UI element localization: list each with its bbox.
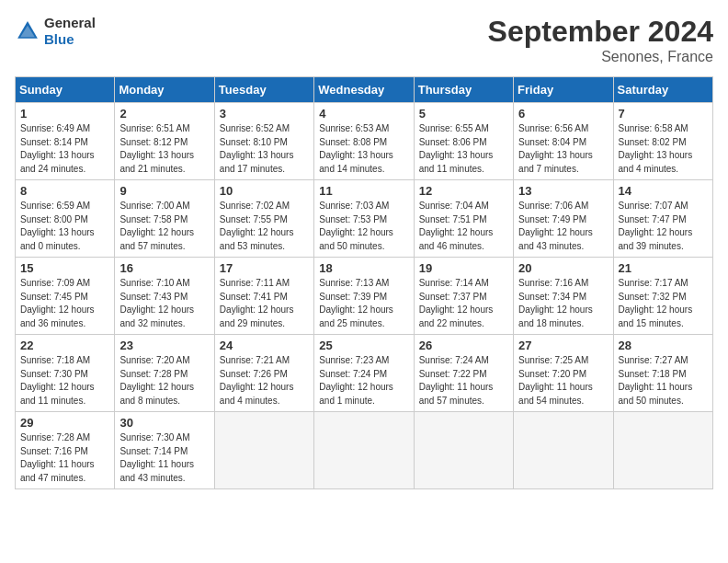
calendar-cell: 13Sunrise: 7:06 AMSunset: 7:49 PMDayligh… — [514, 180, 613, 258]
calendar-cell: 21Sunrise: 7:17 AMSunset: 7:32 PMDayligh… — [613, 258, 712, 335]
month-title: September 2024 — [488, 15, 713, 49]
day-info: Sunrise: 7:21 AMSunset: 7:26 PMDaylight:… — [220, 354, 309, 408]
day-info: Sunrise: 7:18 AMSunset: 7:30 PMDaylight:… — [20, 354, 109, 408]
day-info: Sunrise: 7:04 AMSunset: 7:51 PMDaylight:… — [419, 200, 508, 253]
day-info: Sunrise: 7:07 AMSunset: 7:47 PMDaylight:… — [619, 200, 708, 253]
calendar-cell: 5Sunrise: 6:55 AMSunset: 8:06 PMDaylight… — [414, 103, 513, 180]
day-number: 5 — [419, 107, 508, 121]
logo: General Blue — [15, 15, 96, 48]
calendar-cell: 6Sunrise: 6:56 AMSunset: 8:04 PMDaylight… — [514, 103, 613, 180]
day-info: Sunrise: 6:59 AMSunset: 8:00 PMDaylight:… — [20, 200, 109, 253]
calendar-cell — [613, 412, 712, 489]
day-info: Sunrise: 7:25 AMSunset: 7:20 PMDaylight:… — [518, 354, 608, 408]
day-number: 12 — [419, 184, 508, 198]
day-number: 30 — [119, 416, 209, 430]
calendar-cell: 15Sunrise: 7:09 AMSunset: 7:45 PMDayligh… — [16, 258, 115, 335]
calendar-cell: 19Sunrise: 7:14 AMSunset: 7:37 PMDayligh… — [414, 258, 513, 335]
day-number: 3 — [220, 107, 309, 121]
calendar-cell: 18Sunrise: 7:13 AMSunset: 7:39 PMDayligh… — [314, 258, 414, 335]
weekday-header-monday: Monday — [115, 77, 214, 103]
day-number: 7 — [619, 107, 708, 121]
day-number: 13 — [518, 184, 608, 198]
day-info: Sunrise: 6:56 AMSunset: 8:04 PMDaylight:… — [518, 122, 608, 176]
calendar-cell: 10Sunrise: 7:02 AMSunset: 7:55 PMDayligh… — [214, 180, 313, 258]
day-info: Sunrise: 7:16 AMSunset: 7:34 PMDaylight:… — [518, 277, 608, 330]
day-info: Sunrise: 7:10 AMSunset: 7:43 PMDaylight:… — [119, 277, 209, 330]
day-info: Sunrise: 6:49 AMSunset: 8:14 PMDaylight:… — [20, 122, 109, 176]
day-info: Sunrise: 7:27 AMSunset: 7:18 PMDaylight:… — [619, 354, 708, 408]
calendar-cell: 30Sunrise: 7:30 AMSunset: 7:14 PMDayligh… — [115, 412, 214, 489]
week-row-5: 29Sunrise: 7:28 AMSunset: 7:16 PMDayligh… — [16, 412, 713, 489]
day-info: Sunrise: 7:13 AMSunset: 7:39 PMDaylight:… — [319, 277, 408, 330]
day-number: 14 — [619, 184, 708, 198]
calendar-cell: 2Sunrise: 6:51 AMSunset: 8:12 PMDaylight… — [115, 103, 214, 180]
calendar-cell: 25Sunrise: 7:23 AMSunset: 7:24 PMDayligh… — [314, 335, 414, 412]
day-number: 17 — [220, 261, 309, 275]
day-info: Sunrise: 7:24 AMSunset: 7:22 PMDaylight:… — [419, 354, 508, 408]
day-number: 16 — [119, 261, 209, 275]
week-row-3: 15Sunrise: 7:09 AMSunset: 7:45 PMDayligh… — [16, 258, 713, 335]
calendar-cell: 4Sunrise: 6:53 AMSunset: 8:08 PMDaylight… — [314, 103, 414, 180]
calendar-cell: 29Sunrise: 7:28 AMSunset: 7:16 PMDayligh… — [16, 412, 115, 489]
day-number: 2 — [119, 107, 209, 121]
calendar-cell — [314, 412, 414, 489]
day-number: 11 — [319, 184, 408, 198]
day-number: 21 — [619, 261, 708, 275]
day-number: 15 — [20, 261, 109, 275]
week-row-4: 22Sunrise: 7:18 AMSunset: 7:30 PMDayligh… — [16, 335, 713, 412]
calendar-cell: 14Sunrise: 7:07 AMSunset: 7:47 PMDayligh… — [613, 180, 712, 258]
day-info: Sunrise: 6:51 AMSunset: 8:12 PMDaylight:… — [119, 122, 209, 176]
day-number: 18 — [319, 261, 408, 275]
weekday-header-sunday: Sunday — [16, 77, 115, 103]
day-info: Sunrise: 6:58 AMSunset: 8:02 PMDaylight:… — [619, 122, 708, 176]
weekday-header-saturday: Saturday — [613, 77, 712, 103]
header: General Blue September 2024 Senones, Fra… — [15, 15, 713, 65]
day-info: Sunrise: 7:00 AMSunset: 7:58 PMDaylight:… — [119, 200, 209, 253]
calendar-cell: 12Sunrise: 7:04 AMSunset: 7:51 PMDayligh… — [414, 180, 513, 258]
calendar-cell: 16Sunrise: 7:10 AMSunset: 7:43 PMDayligh… — [115, 258, 214, 335]
day-info: Sunrise: 7:14 AMSunset: 7:37 PMDaylight:… — [419, 277, 508, 330]
day-number: 22 — [20, 339, 109, 352]
day-number: 28 — [619, 339, 708, 352]
title-area: September 2024 Senones, France — [488, 15, 713, 65]
calendar-cell: 27Sunrise: 7:25 AMSunset: 7:20 PMDayligh… — [514, 335, 613, 412]
day-info: Sunrise: 7:11 AMSunset: 7:41 PMDaylight:… — [220, 277, 309, 330]
day-number: 27 — [518, 339, 608, 352]
calendar-cell: 28Sunrise: 7:27 AMSunset: 7:18 PMDayligh… — [613, 335, 712, 412]
week-row-2: 8Sunrise: 6:59 AMSunset: 8:00 PMDaylight… — [16, 180, 713, 258]
day-info: Sunrise: 7:30 AMSunset: 7:14 PMDaylight:… — [119, 431, 209, 485]
day-number: 6 — [518, 107, 608, 121]
location-title: Senones, France — [488, 49, 713, 65]
calendar-cell: 26Sunrise: 7:24 AMSunset: 7:22 PMDayligh… — [414, 335, 513, 412]
day-number: 9 — [119, 184, 209, 198]
day-info: Sunrise: 7:17 AMSunset: 7:32 PMDaylight:… — [619, 277, 708, 330]
weekday-header-row: SundayMondayTuesdayWednesdayThursdayFrid… — [16, 77, 713, 103]
day-number: 23 — [119, 339, 209, 352]
logo-text: General Blue — [44, 15, 96, 48]
calendar-cell: 9Sunrise: 7:00 AMSunset: 7:58 PMDaylight… — [115, 180, 214, 258]
week-row-1: 1Sunrise: 6:49 AMSunset: 8:14 PMDaylight… — [16, 103, 713, 180]
day-info: Sunrise: 7:02 AMSunset: 7:55 PMDaylight:… — [220, 200, 309, 253]
calendar-cell: 17Sunrise: 7:11 AMSunset: 7:41 PMDayligh… — [214, 258, 313, 335]
day-number: 19 — [419, 261, 508, 275]
calendar-cell: 22Sunrise: 7:18 AMSunset: 7:30 PMDayligh… — [16, 335, 115, 412]
logo-icon — [15, 18, 40, 44]
day-number: 8 — [20, 184, 109, 198]
calendar-cell: 11Sunrise: 7:03 AMSunset: 7:53 PMDayligh… — [314, 180, 414, 258]
calendar-cell: 1Sunrise: 6:49 AMSunset: 8:14 PMDaylight… — [16, 103, 115, 180]
weekday-header-wednesday: Wednesday — [314, 77, 414, 103]
day-info: Sunrise: 7:28 AMSunset: 7:16 PMDaylight:… — [20, 431, 109, 485]
day-info: Sunrise: 6:52 AMSunset: 8:10 PMDaylight:… — [220, 122, 309, 176]
calendar-cell: 20Sunrise: 7:16 AMSunset: 7:34 PMDayligh… — [514, 258, 613, 335]
calendar-cell: 23Sunrise: 7:20 AMSunset: 7:28 PMDayligh… — [115, 335, 214, 412]
day-number: 20 — [518, 261, 608, 275]
day-number: 25 — [319, 339, 408, 352]
calendar-cell — [414, 412, 513, 489]
day-info: Sunrise: 7:06 AMSunset: 7:49 PMDaylight:… — [518, 200, 608, 253]
day-number: 24 — [220, 339, 309, 352]
calendar-cell: 3Sunrise: 6:52 AMSunset: 8:10 PMDaylight… — [214, 103, 313, 180]
day-info: Sunrise: 7:20 AMSunset: 7:28 PMDaylight:… — [119, 354, 209, 408]
weekday-header-tuesday: Tuesday — [214, 77, 313, 103]
day-number: 1 — [20, 107, 109, 121]
weekday-header-thursday: Thursday — [414, 77, 513, 103]
